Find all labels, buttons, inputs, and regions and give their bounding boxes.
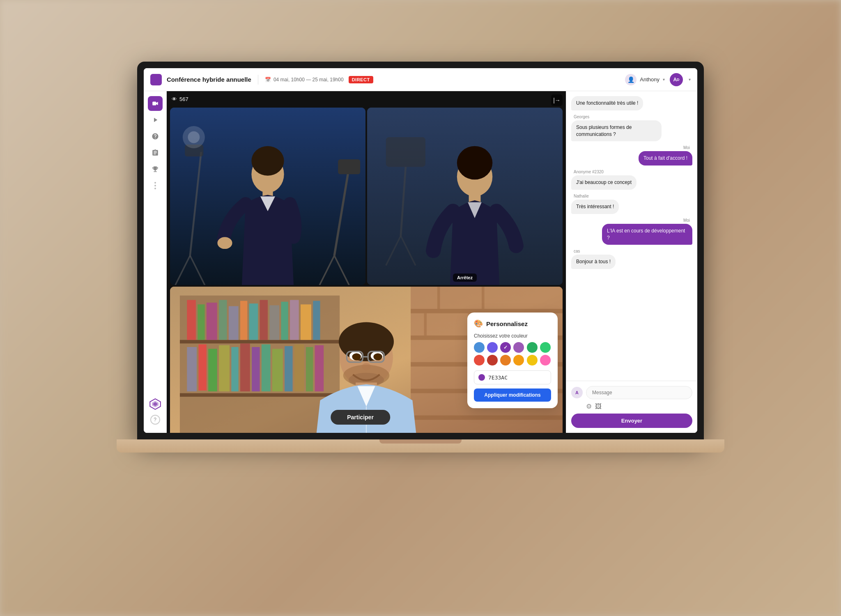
sender-cas: cas <box>571 249 583 253</box>
color-swatch-5[interactable] <box>527 342 538 353</box>
trophy-icon <box>152 165 159 173</box>
divider <box>258 75 258 85</box>
user-name: Anthony <box>640 76 659 83</box>
video-cell-secondary: Arrêtez <box>367 108 563 285</box>
sender-anonyme: Anonyme #2320 <box>571 170 606 174</box>
svg-rect-55 <box>315 345 324 391</box>
question-icon <box>152 133 159 140</box>
svg-rect-65 <box>424 313 427 336</box>
svg-rect-49 <box>252 347 260 391</box>
color-swatch-1[interactable] <box>474 342 485 353</box>
svg-rect-54 <box>306 347 313 391</box>
svg-rect-42 <box>313 301 320 340</box>
color-swatch-4[interactable] <box>513 342 524 353</box>
svg-rect-30 <box>187 300 196 340</box>
secondary-presenter-scene <box>367 108 563 285</box>
color-swatch-11[interactable] <box>527 355 538 365</box>
sidebar-item-play[interactable] <box>148 113 163 127</box>
apply-button[interactable]: Appliquer modifications <box>474 388 551 402</box>
play-icon <box>152 116 159 124</box>
sender-moi-2: Moi <box>681 218 692 223</box>
svg-rect-29 <box>180 393 340 397</box>
svg-point-15 <box>217 237 232 249</box>
svg-rect-33 <box>219 300 227 340</box>
chat-footer: A ⚙ 🖼 Envoyer <box>566 381 697 433</box>
color-swatch-12[interactable] <box>540 355 551 365</box>
svg-rect-43 <box>187 347 197 391</box>
logo-icon <box>149 398 162 411</box>
chat-message-6: Moi L'IA est en cours de développement ? <box>571 218 692 245</box>
presenter-scene <box>170 108 365 285</box>
svg-rect-45 <box>208 349 217 392</box>
svg-rect-35 <box>240 301 247 340</box>
top-bar: Conférence hybride annuelle 📅 04 mai, 10… <box>144 68 697 91</box>
chat-message-7: cas Bonjour à tous ! <box>571 249 692 269</box>
chat-messages: Une fonctionnalité très utile ! Georges … <box>566 91 697 381</box>
svg-rect-63 <box>437 287 440 309</box>
message-input[interactable] <box>586 386 692 399</box>
svg-rect-48 <box>240 344 250 392</box>
settings-icon[interactable]: ⚙ <box>586 402 592 410</box>
sidebar-item-trophy[interactable] <box>148 162 163 177</box>
help-button[interactable]: ? <box>150 415 160 425</box>
chat-message-2: Georges Sous plusieurs formes de communi… <box>571 115 692 142</box>
svg-rect-50 <box>262 345 271 392</box>
app-logo <box>150 74 162 85</box>
expand-button[interactable]: |→ <box>551 94 563 106</box>
color-swatch-3[interactable] <box>500 342 511 353</box>
color-preview <box>478 374 485 381</box>
chat-message-4: Anonyme #2320 J'ai beaucoup ce concept <box>571 170 692 190</box>
svg-point-77 <box>362 363 371 370</box>
viewer-count: 567 <box>179 96 188 102</box>
sender-georges: Georges <box>571 115 592 119</box>
video-icon <box>152 100 159 107</box>
color-code: 7E33AC <box>488 375 508 381</box>
color-swatch-9[interactable] <box>500 355 511 365</box>
svg-rect-51 <box>272 349 283 392</box>
chat-bubble-2: Sous plusieurs formes de communications … <box>571 120 662 142</box>
svg-rect-64 <box>482 287 484 309</box>
conference-title: Conférence hybride annuelle <box>167 76 251 83</box>
arretez-label[interactable]: Arrêtez <box>453 274 477 282</box>
svg-rect-61 <box>411 416 563 420</box>
laptop-base <box>117 439 724 453</box>
sidebar-item-video[interactable] <box>148 96 163 111</box>
svg-point-72 <box>352 354 361 361</box>
color-swatch-7[interactable] <box>474 355 485 365</box>
chat-panel: Une fonctionnalité très utile ! Georges … <box>566 91 697 433</box>
sidebar-item-clipboard[interactable] <box>148 145 163 160</box>
svg-point-13 <box>251 146 284 176</box>
svg-rect-39 <box>281 302 288 340</box>
chat-user-avatar: A <box>571 387 583 398</box>
sidebar-item-more[interactable] <box>148 178 163 193</box>
color-swatch-6[interactable] <box>540 342 551 353</box>
calendar-icon: 📅 <box>265 77 271 83</box>
color-swatch-8[interactable] <box>487 355 498 365</box>
color-subtitle: Choisissez votre couleur <box>474 333 551 339</box>
svg-rect-38 <box>269 306 279 340</box>
chat-bubble-1: Une fonctionnalité très utile ! <box>571 96 643 110</box>
sidebar: ? <box>144 91 167 433</box>
color-swatch-2[interactable] <box>487 342 498 353</box>
participer-button[interactable]: Participer <box>331 410 390 425</box>
sidebar-item-question[interactable] <box>148 129 163 144</box>
svg-point-73 <box>373 354 382 361</box>
chat-bubble-4: J'ai beaucoup ce concept <box>571 175 636 190</box>
svg-rect-19 <box>386 137 425 167</box>
svg-rect-37 <box>260 300 268 340</box>
avatar-chevron: ▾ <box>689 77 691 82</box>
chevron-down-icon: ▾ <box>663 77 665 82</box>
send-button[interactable]: Envoyer <box>571 414 692 428</box>
user-menu[interactable]: 👤 Anthony ▾ <box>625 74 665 85</box>
svg-rect-53 <box>294 345 304 392</box>
chat-bubble-7: Bonjour à tous ! <box>571 255 616 269</box>
svg-point-24 <box>457 146 492 180</box>
image-icon[interactable]: 🖼 <box>595 403 602 410</box>
user-profile-icon: 👤 <box>625 74 636 85</box>
color-grid <box>474 342 551 365</box>
svg-rect-41 <box>301 305 311 340</box>
color-swatch-10[interactable] <box>513 355 524 365</box>
sender-moi-1: Moi <box>681 145 692 150</box>
main-content: ? 👁 567 |→ <box>144 91 697 433</box>
user-avatar[interactable]: A D <box>670 73 683 86</box>
